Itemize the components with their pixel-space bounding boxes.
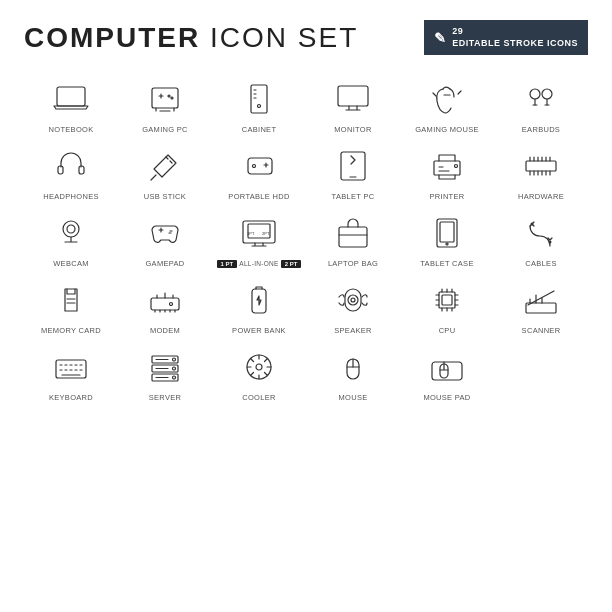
laptop-bag-icon	[331, 211, 375, 255]
monitor-label: MONITOR	[334, 125, 371, 134]
svg-point-46	[256, 364, 262, 370]
svg-rect-4	[251, 85, 267, 113]
icon-cell-earbuds: EARBUDS	[494, 73, 588, 136]
svg-point-3	[171, 97, 173, 99]
svg-point-28	[549, 241, 552, 244]
svg-point-8	[542, 89, 552, 99]
webcam-icon	[49, 211, 93, 255]
tablet-case-label: TABLET CASE	[420, 259, 473, 268]
cables-icon	[519, 211, 563, 255]
svg-rect-1	[152, 88, 178, 108]
svg-rect-35	[439, 292, 455, 308]
tablet-pc-icon	[331, 144, 375, 188]
hardware-icon	[519, 144, 563, 188]
memory-card-label: MEMORY CARD	[41, 326, 101, 335]
svg-point-42	[173, 358, 176, 361]
printer-icon	[425, 144, 469, 188]
icon-cell-all-in-one: 1PT 2PT 1 PT ALL-IN-ONE 2 PT	[212, 207, 306, 270]
svg-point-30	[170, 303, 173, 306]
usb-stick-label: USB STICK	[144, 192, 186, 201]
power-bank-label: POWER BANK	[232, 326, 286, 335]
mouse-label: MOUSE	[338, 393, 367, 402]
badge-text: 29 EDITABLE STROKE ICONS	[452, 26, 578, 49]
svg-point-12	[253, 165, 256, 168]
server-label: SERVER	[149, 393, 182, 402]
gaming-mouse-icon	[425, 77, 469, 121]
notebook-icon	[49, 77, 93, 121]
icon-cell-cooler: COOLER	[212, 341, 306, 404]
tablet-case-icon	[425, 211, 469, 255]
cooler-icon	[237, 345, 281, 389]
hardware-label: HARDWARE	[518, 192, 564, 201]
icon-cell-mouse: MOUSE	[306, 341, 400, 404]
header: COMPUTER ICON SET ✎ 29 EDITABLE STROKE I…	[24, 20, 588, 55]
pt1-badge: 1 PT	[217, 260, 238, 268]
icon-cell-speaker: SPEAKER	[306, 274, 400, 337]
svg-rect-6	[338, 86, 368, 106]
badge: ✎ 29 EDITABLE STROKE ICONS	[424, 20, 588, 55]
svg-rect-0	[57, 87, 85, 106]
icon-cell-cables: CABLES	[494, 207, 588, 270]
svg-point-5	[258, 105, 261, 108]
speaker-label: SPEAKER	[334, 326, 372, 335]
mouse-icon	[331, 345, 375, 389]
svg-point-17	[63, 221, 79, 237]
notebook-label: NOTEBOOK	[49, 125, 94, 134]
icon-cell-laptop-bag: LAPTOP BAG	[306, 207, 400, 270]
icon-cell-hardware: HARDWARE	[494, 140, 588, 203]
svg-point-44	[173, 376, 176, 379]
svg-point-15	[455, 165, 458, 168]
server-icon	[143, 345, 187, 389]
usb-stick-icon	[143, 144, 187, 188]
icon-cell-webcam: WEBCAM	[24, 207, 118, 270]
pt2-badge: 2 PT	[281, 260, 302, 268]
headphones-label: HEADPHONES	[43, 192, 99, 201]
svg-rect-11	[248, 158, 272, 174]
badge-count: 29	[452, 26, 463, 36]
icon-cell-power-bank: POWER BANK	[212, 274, 306, 337]
svg-rect-23	[339, 227, 367, 247]
gamepad-icon	[143, 211, 187, 255]
mouse-pad-icon	[425, 345, 469, 389]
svg-rect-16	[526, 161, 556, 171]
icon-cell-headphones: HEADPHONES	[24, 140, 118, 203]
icon-cell-gaming-pc: GAMING PC	[118, 73, 212, 136]
cpu-label: CPU	[439, 326, 456, 335]
svg-point-7	[530, 89, 540, 99]
svg-rect-29	[151, 298, 179, 310]
gamepad-label: GAMEPAD	[145, 259, 184, 268]
badge-label: EDITABLE STROKE ICONS	[452, 38, 578, 48]
svg-rect-13	[341, 152, 365, 180]
icon-cell-notebook: NOTEBOOK	[24, 73, 118, 136]
gaming-pc-label: GAMING PC	[142, 125, 188, 134]
page-title: COMPUTER ICON SET	[24, 22, 358, 54]
earbuds-label: EARBUDS	[522, 125, 560, 134]
icon-cell-scanner: SCANNER	[494, 274, 588, 337]
cables-label: CABLES	[525, 259, 556, 268]
icon-cell-cpu: CPU	[400, 274, 494, 337]
svg-point-33	[348, 295, 358, 305]
icon-cell-server: SERVER	[118, 341, 212, 404]
scanner-icon	[519, 278, 563, 322]
gaming-pc-icon	[143, 77, 187, 121]
icon-cell-portable-hdd: PORTABLE HDD	[212, 140, 306, 203]
page: COMPUTER ICON SET ✎ 29 EDITABLE STROKE I…	[0, 0, 612, 612]
portable-hdd-icon	[237, 144, 281, 188]
cpu-icon	[425, 278, 469, 322]
icon-cell-usb-stick: USB STICK	[118, 140, 212, 203]
svg-point-18	[67, 225, 75, 233]
headphones-icon	[49, 144, 93, 188]
cabinet-icon	[237, 77, 281, 121]
icon-cell-modem: MODEM	[118, 274, 212, 337]
portable-hdd-label: PORTABLE HDD	[228, 192, 289, 201]
all-in-one-icon: 1PT 2PT	[237, 212, 281, 256]
svg-rect-25	[440, 222, 454, 242]
svg-point-27	[531, 223, 534, 226]
all-in-one-label: ALL-IN-ONE	[239, 260, 278, 268]
svg-rect-32	[345, 289, 361, 311]
svg-point-2	[168, 95, 170, 97]
tablet-pc-label: TABLET PC	[332, 192, 375, 201]
icon-cell-tablet-case: TABLET CASE	[400, 207, 494, 270]
laptop-bag-label: LAPTOP BAG	[328, 259, 378, 268]
icon-grid: NOTEBOOK GAMING PC CABINET MONITOR GAMIN	[24, 73, 588, 404]
